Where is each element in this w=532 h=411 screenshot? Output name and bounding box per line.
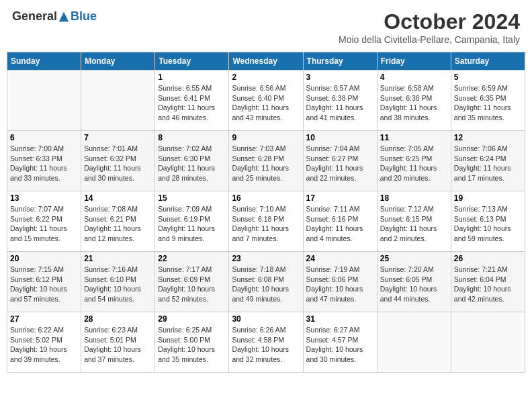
day-info: Sunrise: 7:20 AM Sunset: 6:05 PM Dayligh… <box>380 265 448 304</box>
calendar-cell: 16Sunrise: 7:10 AM Sunset: 6:18 PM Dayli… <box>229 191 303 252</box>
day-number: 13 <box>10 193 78 203</box>
day-number: 17 <box>306 193 374 203</box>
calendar-cell: 9Sunrise: 7:03 AM Sunset: 6:28 PM Daylig… <box>229 131 303 191</box>
day-info: Sunrise: 7:10 AM Sunset: 6:18 PM Dayligh… <box>232 204 300 244</box>
day-number: 30 <box>232 314 300 324</box>
day-number: 21 <box>84 254 152 263</box>
calendar-cell: 4Sunrise: 6:58 AM Sunset: 6:36 PM Daylig… <box>377 71 451 131</box>
day-number: 20 <box>10 254 78 263</box>
calendar-cell: 18Sunrise: 7:12 AM Sunset: 6:15 PM Dayli… <box>377 191 451 252</box>
day-number: 5 <box>454 73 522 82</box>
day-info: Sunrise: 7:12 AM Sunset: 6:15 PM Dayligh… <box>380 204 448 244</box>
day-info: Sunrise: 7:13 AM Sunset: 6:13 PM Dayligh… <box>454 204 522 244</box>
day-number: 2 <box>232 73 300 82</box>
day-number: 29 <box>158 314 226 324</box>
day-info: Sunrise: 7:19 AM Sunset: 6:06 PM Dayligh… <box>306 265 374 304</box>
day-info: Sunrise: 7:04 AM Sunset: 6:27 PM Dayligh… <box>306 144 374 183</box>
day-number: 12 <box>454 133 522 142</box>
location-subtitle: Moio della Civitella-Pellare, Campania, … <box>339 34 520 45</box>
calendar-cell: 2Sunrise: 6:56 AM Sunset: 6:40 PM Daylig… <box>229 71 303 131</box>
day-number: 10 <box>306 133 374 142</box>
month-title: October 2024 <box>339 9 520 34</box>
day-number: 31 <box>306 314 374 324</box>
logo-general-text: General <box>12 9 57 24</box>
day-number: 24 <box>306 254 374 263</box>
title-section: October 2024 Moio della Civitella-Pellar… <box>339 9 520 45</box>
day-info: Sunrise: 7:16 AM Sunset: 6:10 PM Dayligh… <box>84 265 152 304</box>
day-info: Sunrise: 6:58 AM Sunset: 6:36 PM Dayligh… <box>380 83 448 123</box>
day-info: Sunrise: 6:57 AM Sunset: 6:38 PM Dayligh… <box>306 83 374 123</box>
calendar-cell: 22Sunrise: 7:17 AM Sunset: 6:09 PM Dayli… <box>155 252 229 312</box>
day-info: Sunrise: 7:17 AM Sunset: 6:09 PM Dayligh… <box>158 265 226 304</box>
day-info: Sunrise: 6:55 AM Sunset: 6:41 PM Dayligh… <box>158 83 226 123</box>
day-number: 16 <box>232 193 300 203</box>
calendar-cell: 10Sunrise: 7:04 AM Sunset: 6:27 PM Dayli… <box>303 131 377 191</box>
calendar-cell: 30Sunrise: 6:26 AM Sunset: 4:58 PM Dayli… <box>229 312 303 373</box>
svg-marker-0 <box>59 11 69 21</box>
calendar-week-row: 13Sunrise: 7:07 AM Sunset: 6:22 PM Dayli… <box>7 191 525 252</box>
calendar-cell: 31Sunrise: 6:27 AM Sunset: 4:57 PM Dayli… <box>303 312 377 373</box>
day-number: 26 <box>454 254 522 263</box>
calendar-cell: 6Sunrise: 7:00 AM Sunset: 6:33 PM Daylig… <box>7 131 81 191</box>
day-info: Sunrise: 6:25 AM Sunset: 5:00 PM Dayligh… <box>158 325 226 365</box>
day-info: Sunrise: 6:59 AM Sunset: 6:35 PM Dayligh… <box>454 83 522 123</box>
day-header-thursday: Thursday <box>303 52 377 71</box>
day-number: 6 <box>10 133 78 142</box>
day-info: Sunrise: 7:03 AM Sunset: 6:28 PM Dayligh… <box>232 144 300 183</box>
day-header-sunday: Sunday <box>7 52 81 71</box>
calendar-cell: 7Sunrise: 7:01 AM Sunset: 6:32 PM Daylig… <box>81 131 155 191</box>
day-number: 8 <box>158 133 226 142</box>
calendar-cell: 8Sunrise: 7:02 AM Sunset: 6:30 PM Daylig… <box>155 131 229 191</box>
calendar-cell <box>377 312 451 373</box>
day-header-monday: Monday <box>81 52 155 71</box>
calendar-cell: 28Sunrise: 6:23 AM Sunset: 5:01 PM Dayli… <box>81 312 155 373</box>
calendar-cell: 12Sunrise: 7:06 AM Sunset: 6:24 PM Dayli… <box>451 131 525 191</box>
day-info: Sunrise: 6:56 AM Sunset: 6:40 PM Dayligh… <box>232 83 300 123</box>
calendar-week-row: 6Sunrise: 7:00 AM Sunset: 6:33 PM Daylig… <box>7 131 525 191</box>
day-number: 11 <box>380 133 448 142</box>
calendar-body: 1Sunrise: 6:55 AM Sunset: 6:41 PM Daylig… <box>7 71 525 373</box>
day-info: Sunrise: 6:26 AM Sunset: 4:58 PM Dayligh… <box>232 325 300 365</box>
calendar-cell <box>7 71 81 131</box>
day-header-wednesday: Wednesday <box>229 52 303 71</box>
calendar-cell <box>451 312 525 373</box>
day-info: Sunrise: 6:27 AM Sunset: 4:57 PM Dayligh… <box>306 325 374 365</box>
calendar-header-row: SundayMondayTuesdayWednesdayThursdayFrid… <box>7 52 525 71</box>
day-number: 14 <box>84 193 152 203</box>
calendar-week-row: 27Sunrise: 6:22 AM Sunset: 5:02 PM Dayli… <box>7 312 525 373</box>
day-info: Sunrise: 7:02 AM Sunset: 6:30 PM Dayligh… <box>158 144 226 183</box>
day-info: Sunrise: 7:07 AM Sunset: 6:22 PM Dayligh… <box>10 204 78 244</box>
day-number: 3 <box>306 73 374 82</box>
day-number: 27 <box>10 314 78 324</box>
logo-blue-text: Blue <box>71 9 97 24</box>
calendar-cell: 23Sunrise: 7:18 AM Sunset: 6:08 PM Dayli… <box>229 252 303 312</box>
calendar-week-row: 1Sunrise: 6:55 AM Sunset: 6:41 PM Daylig… <box>7 71 525 131</box>
calendar-cell: 17Sunrise: 7:11 AM Sunset: 6:16 PM Dayli… <box>303 191 377 252</box>
day-info: Sunrise: 7:00 AM Sunset: 6:33 PM Dayligh… <box>10 144 78 183</box>
calendar-cell: 11Sunrise: 7:05 AM Sunset: 6:25 PM Dayli… <box>377 131 451 191</box>
day-number: 4 <box>380 73 448 82</box>
calendar-cell: 24Sunrise: 7:19 AM Sunset: 6:06 PM Dayli… <box>303 252 377 312</box>
logo: General Blue <box>12 9 97 24</box>
calendar-cell: 20Sunrise: 7:15 AM Sunset: 6:12 PM Dayli… <box>7 252 81 312</box>
day-number: 22 <box>158 254 226 263</box>
calendar-cell: 21Sunrise: 7:16 AM Sunset: 6:10 PM Dayli… <box>81 252 155 312</box>
calendar-cell: 26Sunrise: 7:21 AM Sunset: 6:04 PM Dayli… <box>451 252 525 312</box>
day-number: 9 <box>232 133 300 142</box>
calendar-cell: 5Sunrise: 6:59 AM Sunset: 6:35 PM Daylig… <box>451 71 525 131</box>
day-info: Sunrise: 7:18 AM Sunset: 6:08 PM Dayligh… <box>232 265 300 304</box>
day-number: 18 <box>380 193 448 203</box>
day-number: 19 <box>454 193 522 203</box>
day-header-saturday: Saturday <box>451 52 525 71</box>
day-info: Sunrise: 7:06 AM Sunset: 6:24 PM Dayligh… <box>454 144 522 183</box>
calendar-week-row: 20Sunrise: 7:15 AM Sunset: 6:12 PM Dayli… <box>7 252 525 312</box>
day-info: Sunrise: 7:08 AM Sunset: 6:21 PM Dayligh… <box>84 204 152 244</box>
day-number: 7 <box>84 133 152 142</box>
calendar-cell: 25Sunrise: 7:20 AM Sunset: 6:05 PM Dayli… <box>377 252 451 312</box>
page-header: General Blue October 2024 Moio della Civ… <box>7 7 525 48</box>
day-number: 15 <box>158 193 226 203</box>
day-info: Sunrise: 7:09 AM Sunset: 6:19 PM Dayligh… <box>158 204 226 244</box>
day-info: Sunrise: 6:23 AM Sunset: 5:01 PM Dayligh… <box>84 325 152 365</box>
day-header-tuesday: Tuesday <box>155 52 229 71</box>
day-info: Sunrise: 7:15 AM Sunset: 6:12 PM Dayligh… <box>10 265 78 304</box>
